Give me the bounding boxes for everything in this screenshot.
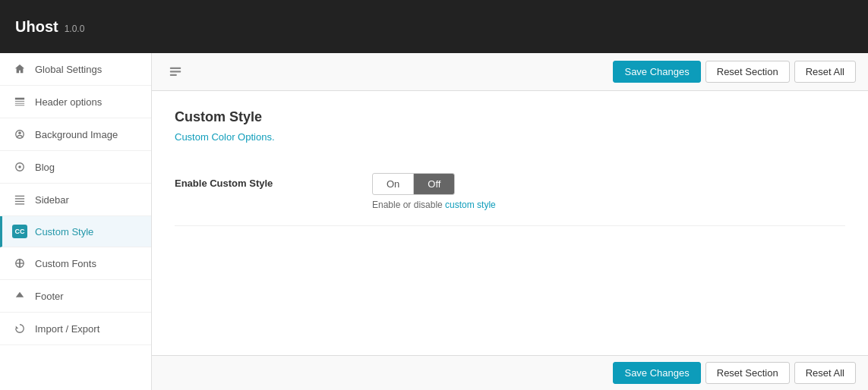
section-link: Custom Color Options.	[175, 131, 845, 143]
app-name: Uhost1.0.0	[15, 18, 84, 36]
sidebar-item-footer[interactable]: Footer	[0, 280, 151, 313]
enable-custom-style-label: Enable Custom Style	[175, 173, 372, 189]
sidebar-label-blog: Blog	[35, 162, 55, 173]
section-icon	[164, 63, 187, 81]
sidebar-label-sidebar: Sidebar	[35, 194, 69, 206]
svg-rect-9	[15, 198, 24, 199]
sidebar-label-footer: Footer	[35, 291, 64, 302]
svg-point-7	[18, 165, 21, 168]
custom-fonts-icon	[12, 256, 27, 271]
sidebar-label-custom-style: Custom Style	[35, 226, 93, 237]
section-title: Custom Style	[175, 109, 845, 125]
sidebar-icon	[12, 192, 27, 207]
custom-style-hint-link[interactable]: custom style	[445, 200, 496, 210]
reset-all-button-top[interactable]: Reset All	[794, 61, 856, 83]
reset-all-button-bottom[interactable]: Reset All	[794, 362, 856, 384]
svg-rect-3	[15, 105, 24, 105]
svg-rect-8	[15, 196, 24, 197]
sidebar-item-sidebar[interactable]: Sidebar	[0, 184, 151, 216]
reset-section-button-bottom[interactable]: Reset Section	[705, 362, 790, 384]
sidebar-label-custom-fonts: Custom Fonts	[35, 258, 96, 269]
save-changes-button-bottom[interactable]: Save Changes	[613, 362, 700, 384]
toggle-hint: Enable or disable custom style	[372, 200, 845, 210]
svg-rect-19	[170, 74, 177, 75]
toolbar-right: Save Changes Reset Section Reset All	[613, 61, 856, 83]
svg-rect-1	[15, 101, 24, 102]
reset-section-button-top[interactable]: Reset Section	[705, 61, 790, 83]
background-icon	[12, 127, 27, 142]
footer-icon	[12, 288, 27, 304]
sidebar: Global Settings Header options Backgroun…	[0, 53, 152, 390]
import-export-icon	[12, 321, 27, 336]
sidebar-label-global-settings: Global Settings	[35, 64, 102, 75]
toggle-off-button[interactable]: Off	[414, 174, 454, 194]
options-link[interactable]: Options.	[238, 131, 274, 143]
svg-rect-17	[170, 67, 181, 68]
sidebar-label-header-options: Header options	[35, 96, 102, 108]
toggle-group: On Off	[372, 173, 455, 195]
svg-rect-2	[15, 103, 24, 104]
svg-marker-15	[16, 292, 24, 297]
home-icon	[12, 61, 27, 77]
custom-style-icon: CC	[12, 225, 27, 238]
toggle-on-button[interactable]: On	[373, 174, 414, 194]
app-version: 1.0.0	[65, 24, 85, 34]
svg-rect-18	[170, 71, 181, 72]
topbar: Uhost1.0.0	[0, 0, 868, 53]
svg-rect-11	[15, 203, 24, 204]
main-area: Save Changes Reset Section Reset All Cus…	[152, 53, 868, 390]
enable-custom-style-row: Enable Custom Style On Off Enable or dis…	[175, 158, 845, 226]
sidebar-item-header-options[interactable]: Header options	[0, 86, 151, 118]
sidebar-item-background-image[interactable]: Background Image	[0, 118, 151, 151]
sidebar-item-global-settings[interactable]: Global Settings	[0, 53, 151, 86]
svg-rect-10	[15, 201, 24, 202]
save-changes-button-top[interactable]: Save Changes	[613, 61, 700, 83]
sidebar-item-custom-style[interactable]: CC Custom Style	[0, 216, 151, 247]
enable-custom-style-control: On Off Enable or disable custom style	[372, 173, 845, 210]
bottom-toolbar: Save Changes Reset Section Reset All	[152, 355, 868, 390]
sidebar-label-background-image: Background Image	[35, 129, 118, 140]
sidebar-label-import-export: Import / Export	[35, 323, 99, 335]
top-toolbar: Save Changes Reset Section Reset All	[152, 53, 868, 91]
toolbar-left	[164, 63, 187, 81]
sidebar-item-blog[interactable]: Blog	[0, 151, 151, 184]
custom-color-link[interactable]: Custom Color	[175, 131, 235, 143]
content-area: Custom Style Custom Color Options. Enabl…	[152, 91, 868, 355]
sidebar-item-custom-fonts[interactable]: Custom Fonts	[0, 247, 151, 280]
main-layout: Global Settings Header options Backgroun…	[0, 53, 868, 390]
header-icon	[12, 94, 27, 109]
blog-icon	[12, 159, 27, 175]
svg-rect-0	[15, 98, 24, 100]
svg-point-5	[18, 132, 21, 135]
sidebar-item-import-export[interactable]: Import / Export	[0, 313, 151, 345]
svg-marker-16	[16, 326, 19, 329]
